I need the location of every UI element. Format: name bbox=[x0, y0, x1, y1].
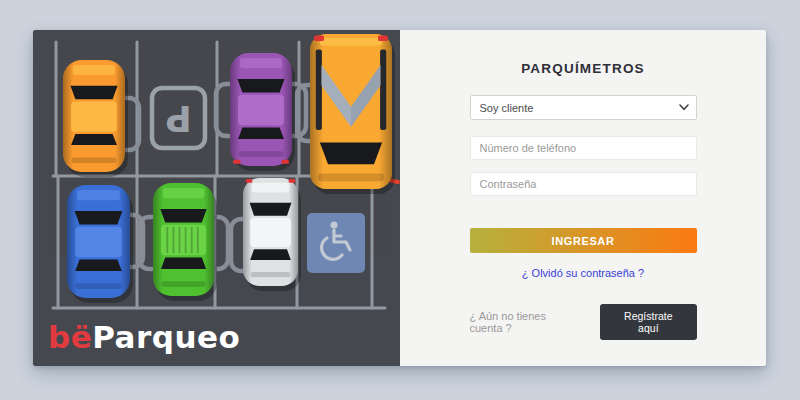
login-form-panel: PARQUÍMETROS Soy cliente INGRESAR ¿ Olvi… bbox=[400, 30, 766, 366]
van-yellow bbox=[310, 34, 395, 194]
page: { "page": { "background": "#ccd3dd" }, "… bbox=[0, 0, 800, 400]
login-card: P bëParqueo PARQUÍMETROS Soy cliente ING… bbox=[33, 30, 766, 366]
login-form: Soy cliente INGRESAR ¿ Olvidó su contras… bbox=[470, 95, 697, 340]
car-white bbox=[243, 178, 301, 291]
signup-prompt: ¿ Aún no tienes cuenta ? bbox=[470, 310, 576, 334]
parking-illustration: P bbox=[33, 30, 400, 366]
signup-button[interactable]: Regístrate aquí bbox=[600, 304, 696, 340]
brand-logo: bëParqueo bbox=[48, 322, 240, 353]
brand-logo-prefix: bë bbox=[48, 319, 92, 355]
phone-input[interactable] bbox=[470, 136, 697, 160]
car-green bbox=[153, 183, 217, 301]
password-input[interactable] bbox=[470, 172, 697, 196]
car-orange bbox=[63, 60, 128, 177]
role-select[interactable]: Soy cliente bbox=[470, 95, 697, 120]
login-button[interactable]: INGRESAR bbox=[470, 228, 697, 253]
svg-text:P: P bbox=[165, 98, 191, 139]
brand-logo-suffix: Parqueo bbox=[92, 319, 240, 355]
car-blue bbox=[67, 185, 133, 303]
parking-illustration-panel: P bëParqueo bbox=[33, 30, 400, 366]
handicap-sign-icon bbox=[307, 213, 365, 273]
car-purple bbox=[230, 53, 295, 171]
page-title: PARQUÍMETROS bbox=[521, 61, 645, 76]
forgot-password-link[interactable]: ¿ Olvidó su contraseña ? bbox=[470, 267, 697, 279]
role-select-wrap: Soy cliente bbox=[470, 95, 697, 120]
signup-row: ¿ Aún no tienes cuenta ? Regístrate aquí bbox=[470, 304, 697, 340]
